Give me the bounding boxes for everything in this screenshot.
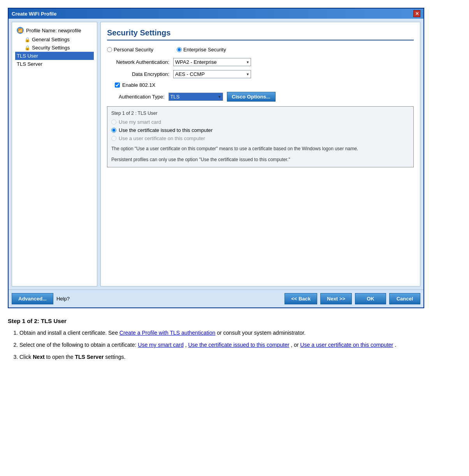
item1-text-before: Obtain and install a client certificate.… — [19, 330, 119, 336]
sidebar-item-tls-user[interactable]: TLS User — [15, 52, 94, 60]
network-auth-label: Network Authentication: — [107, 59, 169, 65]
list-item: Obtain and install a client certificate.… — [19, 328, 461, 338]
use-cert-computer-radio[interactable] — [111, 128, 116, 133]
back-button[interactable]: << Back — [285, 293, 317, 304]
close-button[interactable]: ✕ — [413, 10, 420, 17]
below-content: Step 1 of 2: TLS User Obtain and install… — [8, 318, 461, 362]
info-text-1: The option "Use a user certificate on th… — [111, 145, 409, 152]
personal-security-radio[interactable] — [107, 47, 112, 52]
item2-text-before: Select one of the following to obtain a … — [19, 342, 138, 348]
below-title: Step 1 of 2: TLS User — [8, 318, 461, 324]
use-user-cert-label: Use a user certificate on this computer — [119, 135, 205, 141]
step-group-title: Step 1 of 2 : TLS User — [111, 111, 409, 116]
lock-icon-security: 🔒 — [25, 45, 30, 51]
data-encryption-row: Data Encryption: AES - CCMP — [107, 70, 414, 78]
sidebar-item-general-settings[interactable]: 🔒 General Settings — [15, 35, 94, 44]
next-button[interactable]: Next >> — [320, 293, 352, 304]
item3-text-middle: to open the — [46, 354, 75, 360]
dialog-title: Create WiFi Profile — [12, 11, 56, 17]
data-encryption-label: Data Encryption: — [107, 71, 169, 77]
item3-text-after: settings. — [105, 354, 125, 360]
network-auth-select-wrapper[interactable]: WPA2 - Enterprise — [173, 58, 251, 66]
below-list: Obtain and install a client certificate.… — [8, 328, 461, 362]
profile-name-label: Profile Name: newprofile — [26, 28, 81, 33]
sidebar-item-security-settings[interactable]: 🔒 Security Settings — [15, 44, 94, 52]
item1-text-after: or consult your system administrator. — [217, 330, 306, 336]
auth-type-select-wrapper[interactable]: TLS — [169, 93, 223, 101]
data-encryption-select[interactable]: AES - CCMP — [173, 70, 251, 78]
advanced-button[interactable]: Advanced... — [12, 293, 53, 304]
data-encryption-select-wrapper[interactable]: AES - CCMP — [173, 70, 251, 78]
item2-link3[interactable]: Use a user certificate on this computer — [300, 342, 393, 348]
lock-icon-general: 🔒 — [25, 37, 30, 42]
network-auth-select[interactable]: WPA2 - Enterprise — [173, 58, 251, 66]
item3-text-before: Click — [19, 354, 33, 360]
item2-link2[interactable]: Use the certificate issued to this compu… — [188, 342, 289, 348]
personal-security-label[interactable]: Personal Security — [107, 47, 153, 53]
sidebar-item-tls-server[interactable]: TLS Server — [15, 60, 94, 68]
use-cert-computer-row: Use the certificate issued to this compu… — [111, 127, 409, 133]
footer-right: << Back Next >> OK Cancel — [285, 293, 420, 304]
profile-name-row: 📶 Profile Name: newprofile — [15, 25, 94, 35]
ok-button[interactable]: OK — [355, 293, 386, 304]
list-item: Click Next to open the TLS Server settin… — [19, 352, 461, 362]
use-user-cert-radio[interactable] — [111, 136, 116, 141]
auth-type-label: Authentication Type: — [119, 94, 165, 100]
item3-bold1: Next — [33, 354, 44, 360]
item2-link1[interactable]: Use my smart card — [138, 342, 183, 348]
use-smart-card-row: Use my smart card — [111, 119, 409, 125]
wifi-icon: 📶 — [17, 27, 24, 34]
auth-type-select[interactable]: TLS — [169, 93, 223, 101]
list-item: Select one of the following to obtain a … — [19, 340, 461, 350]
help-button[interactable]: Help? — [56, 296, 70, 302]
footer-left: Advanced... Help? — [12, 293, 70, 304]
use-cert-computer-label: Use the certificate issued to this compu… — [119, 127, 213, 133]
enable-8021x-label: Enable 802.1X — [122, 82, 155, 88]
item2-text-middle2: , or — [291, 342, 300, 348]
use-user-cert-row: Use a user certificate on this computer — [111, 135, 409, 141]
cancel-button[interactable]: Cancel — [389, 293, 420, 304]
use-smart-card-label: Use my smart card — [119, 119, 161, 125]
section-title: Security Settings — [107, 28, 414, 40]
cisco-options-button[interactable]: Cisco Options... — [227, 92, 276, 102]
item2-text-after: . — [395, 342, 396, 348]
security-settings-label: Security Settings — [32, 45, 70, 51]
right-panel: Security Settings Personal Security Ente… — [100, 22, 420, 286]
use-smart-card-radio[interactable] — [111, 119, 116, 125]
item3-bold2: TLS Server — [75, 354, 104, 360]
security-type-row: Personal Security Enterprise Security — [107, 47, 414, 53]
dialog-footer: Advanced... Help? << Back Next >> OK Can… — [9, 290, 423, 307]
enable-8021x-checkbox[interactable] — [115, 83, 120, 88]
item1-link1[interactable]: Create a Profile with TLS authentication — [119, 330, 215, 336]
general-settings-label: General Settings — [32, 37, 70, 42]
enterprise-security-label[interactable]: Enterprise Security — [177, 47, 226, 53]
dialog-window: Create WiFi Profile ✕ 📶 Profile Name: ne… — [8, 8, 424, 308]
enterprise-security-radio[interactable] — [177, 47, 182, 52]
step-group: Step 1 of 2 : TLS User Use my smart card… — [107, 106, 414, 167]
dialog-body: 📶 Profile Name: newprofile 🔒 General Set… — [9, 19, 423, 290]
tls-user-label: TLS User — [17, 53, 38, 59]
info-text-2: Persistent profiles can only use the opt… — [111, 156, 409, 163]
left-panel: 📶 Profile Name: newprofile 🔒 General Set… — [12, 22, 97, 286]
tls-server-label: TLS Server — [17, 61, 42, 67]
dialog-titlebar: Create WiFi Profile ✕ — [9, 9, 423, 19]
enable-8021x-row: Enable 802.1X — [107, 82, 414, 88]
network-auth-row: Network Authentication: WPA2 - Enterpris… — [107, 58, 414, 66]
auth-type-row: Authentication Type: TLS Cisco Options..… — [107, 92, 414, 102]
